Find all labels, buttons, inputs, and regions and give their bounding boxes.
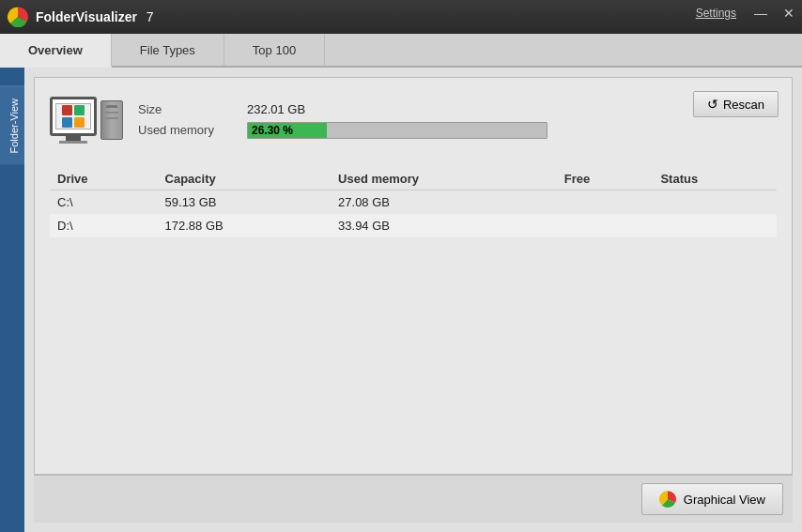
bottom-bar: Graphical View — [34, 475, 793, 523]
drive-table: Drive Capacity Used memory Free Status C… — [50, 168, 777, 237]
graphical-view-button[interactable]: Graphical View — [641, 483, 783, 515]
size-label: Size — [138, 102, 232, 116]
col-status: Status — [653, 168, 777, 190]
app-version: 7 — [147, 9, 154, 24]
status-c — [653, 190, 777, 215]
table-row: C:\ 59.13 GB 27.08 GB — [50, 190, 777, 215]
settings-link[interactable]: Settings — [686, 1, 746, 25]
tab-overview[interactable]: Overview — [0, 34, 112, 68]
content-box: ↺ Rescan — [34, 77, 793, 475]
monitor-icon — [50, 97, 97, 136]
free-d — [557, 214, 654, 237]
tower-icon — [100, 100, 123, 140]
left-sidebar: Folder-View — [0, 68, 24, 532]
tab-bar: Overview File Types Top 100 — [0, 34, 802, 68]
used-c: 27.08 GB — [331, 190, 557, 215]
graphical-view-icon — [659, 491, 676, 508]
memory-row: Used memory 26.30 % — [138, 122, 548, 139]
close-button[interactable]: ✕ — [776, 0, 802, 26]
computer-info: Size 232.01 GB Used memory 26.30 % — [50, 97, 777, 144]
computer-icon — [50, 97, 123, 144]
status-d — [653, 214, 777, 237]
drive-d: D:\ — [50, 214, 158, 237]
size-value: 232.01 GB — [247, 102, 305, 116]
capacity-c: 59.13 GB — [158, 190, 332, 215]
rescan-label: Rescan — [723, 98, 764, 112]
table-body: C:\ 59.13 GB 27.08 GB D:\ 172.88 GB 33.9… — [50, 190, 777, 238]
content-wrapper: Folder-View ↺ Rescan — [0, 68, 802, 532]
app-logo — [8, 7, 28, 27]
table-header: Drive Capacity Used memory Free Status — [50, 168, 777, 190]
minimize-button[interactable]: — — [748, 0, 774, 26]
free-c — [557, 190, 654, 215]
col-free: Free — [557, 168, 654, 190]
tab-filetypes[interactable]: File Types — [112, 34, 224, 66]
app-title: FolderVisualizer 7 — [36, 9, 794, 24]
tab-top100[interactable]: Top 100 — [224, 34, 325, 66]
rescan-button[interactable]: ↺ Rescan — [693, 91, 779, 117]
progress-bar-background: 26.30 % — [247, 122, 548, 139]
titlebar: FolderVisualizer 7 Settings — ✕ — [0, 0, 802, 34]
size-row: Size 232.01 GB — [138, 102, 548, 116]
col-capacity: Capacity — [158, 168, 332, 190]
capacity-d: 172.88 GB — [158, 214, 332, 237]
col-used-memory: Used memory — [331, 168, 557, 190]
app-name: FolderVisualizer — [36, 9, 137, 24]
window-controls: Settings — ✕ — [686, 0, 802, 26]
main-window: FolderVisualizer 7 Settings — ✕ Overview… — [0, 0, 802, 532]
progress-container: 26.30 % — [247, 122, 548, 139]
progress-bar-fill: 26.30 % — [248, 123, 327, 138]
memory-label: Used memory — [138, 123, 232, 137]
graphical-view-label: Graphical View — [684, 493, 765, 507]
info-fields: Size 232.01 GB Used memory 26.30 % — [138, 102, 548, 139]
sidebar-folder-view[interactable]: Folder-View — [0, 86, 24, 165]
col-drive: Drive — [50, 168, 158, 190]
table-row: D:\ 172.88 GB 33.94 GB — [50, 214, 777, 237]
used-d: 33.94 GB — [331, 214, 557, 237]
rescan-icon: ↺ — [707, 97, 718, 112]
drive-c: C:\ — [50, 190, 158, 215]
progress-text: 26.30 % — [252, 124, 293, 137]
main-panel: ↺ Rescan — [24, 68, 802, 532]
